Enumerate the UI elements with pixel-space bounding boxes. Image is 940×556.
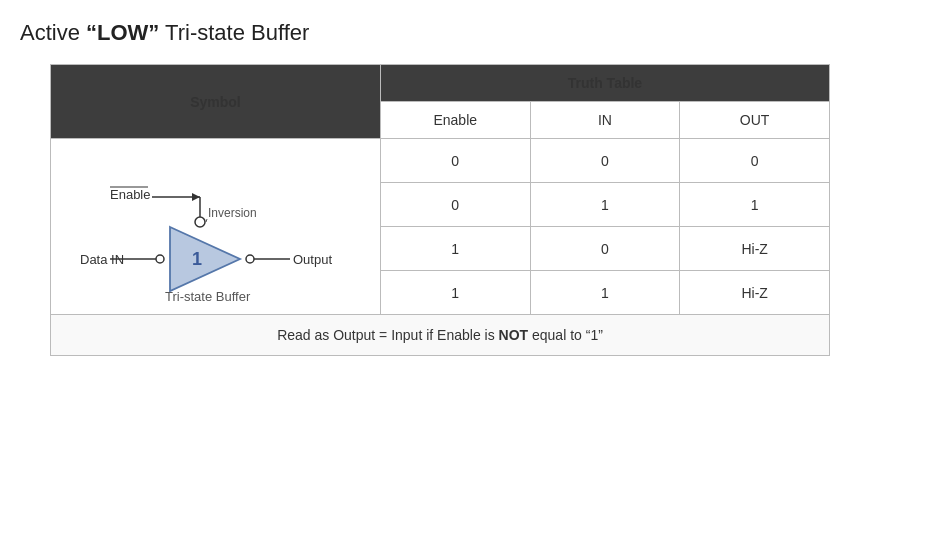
- svg-marker-8: [170, 227, 240, 291]
- row2-out: Hi-Z: [680, 227, 830, 271]
- col-out-header: OUT: [680, 102, 830, 139]
- col-enable-header: Enable: [380, 102, 530, 139]
- footer-row: Read as Output = Input if Enable is NOT …: [51, 315, 830, 356]
- footer-after: equal to “1”: [528, 327, 603, 343]
- row3-out: Hi-Z: [680, 271, 830, 315]
- col-in-header: IN: [530, 102, 680, 139]
- svg-point-10: [156, 255, 164, 263]
- row0-in: 0: [530, 139, 680, 183]
- svg-line-7: [206, 219, 207, 222]
- footer-cell: Read as Output = Input if Enable is NOT …: [51, 315, 830, 356]
- svg-text:Data IN: Data IN: [80, 252, 124, 267]
- svg-text:Output: Output: [293, 252, 332, 267]
- circuit-diagram-svg: Enable Inversion: [80, 149, 350, 304]
- row3-enable: 1: [380, 271, 530, 315]
- svg-text:1: 1: [192, 249, 202, 269]
- svg-point-5: [195, 217, 205, 227]
- symbol-cell: Enable Inversion: [51, 139, 381, 315]
- svg-point-13: [246, 255, 254, 263]
- svg-text:Tri-state Buffer: Tri-state Buffer: [165, 289, 251, 304]
- svg-text:Inversion: Inversion: [208, 206, 257, 220]
- row0-enable: 0: [380, 139, 530, 183]
- row3-in: 1: [530, 271, 680, 315]
- footer-text-before: Read as Output = Input if Enable is: [277, 327, 498, 343]
- table-row: Enable Inversion: [51, 139, 830, 183]
- page-title: Active “LOW” Tri-state Buffer: [20, 20, 309, 46]
- row1-in: 1: [530, 183, 680, 227]
- header-truth: Truth Table: [380, 65, 829, 102]
- row2-in: 0: [530, 227, 680, 271]
- row1-out: 1: [680, 183, 830, 227]
- footer-bold: NOT: [499, 327, 529, 343]
- row1-enable: 0: [380, 183, 530, 227]
- header-symbol: Symbol: [51, 65, 381, 139]
- symbol-diagram: Enable Inversion: [65, 149, 366, 304]
- row2-enable: 1: [380, 227, 530, 271]
- main-table: Symbol Truth Table Enable IN OUT Enable: [50, 64, 830, 356]
- row0-out: 0: [680, 139, 830, 183]
- svg-text:Enable: Enable: [110, 187, 150, 202]
- svg-marker-3: [192, 193, 200, 201]
